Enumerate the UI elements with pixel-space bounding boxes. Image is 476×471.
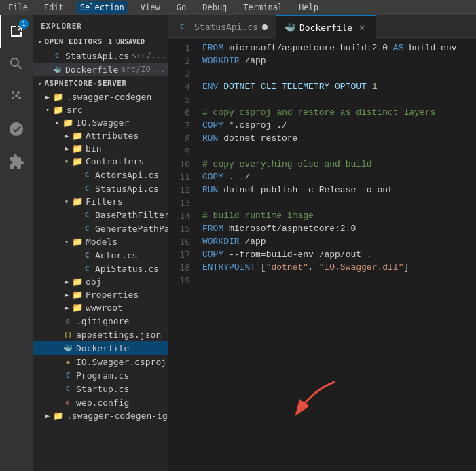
- file-webconfig[interactable]: ⚙ web.config: [33, 396, 168, 409]
- folder-swagger-codegen-label: .swagger-codegen: [67, 92, 151, 102]
- folder-models-label: Models: [86, 237, 117, 247]
- folder-controllers-label: Controllers: [86, 156, 144, 167]
- file-program-label: Program.cs: [76, 370, 129, 381]
- file-basepathfilter[interactable]: C BasePathFilter.cs: [33, 208, 168, 222]
- open-file-dockerfile-path: src/IO...: [121, 65, 165, 74]
- menu-bar: File Edit Selection View Go Debug Termin…: [0, 0, 476, 15]
- open-editors-label: OPEN EDITORS: [44, 37, 102, 46]
- menu-go[interactable]: Go: [174, 1, 189, 14]
- open-file-statusapi-path: src/...: [132, 51, 166, 60]
- wwwroot-chevron-icon: ▶: [61, 304, 72, 311]
- open-file-statusapi[interactable]: C StatusApi.cs src/...: [33, 49, 168, 63]
- project-header[interactable]: ▾ ASPNETCORE-SERVER: [33, 76, 168, 90]
- folder-filters[interactable]: ▾ 📁 Filters: [33, 195, 168, 208]
- open-file-dockerfile[interactable]: 🐳 Dockerfile src/IO...: [33, 63, 168, 76]
- program-c-icon: C: [62, 370, 73, 381]
- file-actorsapi[interactable]: C ActorsApi.cs: [33, 168, 168, 181]
- bin-chevron-icon: ▶: [61, 145, 72, 152]
- folder-src[interactable]: ▾ 📁 src: [33, 103, 168, 116]
- folder-controllers[interactable]: ▾ 📁 Controllers: [33, 155, 168, 168]
- folder-models[interactable]: ▾ 📁 Models: [33, 235, 168, 248]
- open-editors-header[interactable]: ▾ OPEN EDITORS 1 UNSAVED: [33, 35, 168, 49]
- menu-selection[interactable]: Selection: [77, 1, 127, 14]
- source-control-activity-icon[interactable]: [0, 80, 33, 113]
- folder-bin[interactable]: ▶ 📁 bin: [33, 142, 168, 155]
- project-name: ASPNETCORE-SERVER: [44, 79, 126, 88]
- tab-statusapi-modified: [262, 24, 268, 30]
- sidebar: EXPLORER ▾ OPEN EDITORS 1 UNSAVED C Stat…: [33, 15, 168, 471]
- folder-swagger-codegen[interactable]: ▶ 📁 .swagger-codegen: [33, 90, 168, 103]
- file-actor[interactable]: C Actor.cs: [33, 248, 168, 262]
- folder-obj[interactable]: ▶ 📁 obj: [33, 275, 168, 288]
- appsettings-icon: {}: [62, 329, 73, 340]
- extensions-activity-icon[interactable]: [0, 145, 33, 178]
- csproj-icon: ◈: [62, 356, 73, 367]
- properties-chevron-icon: ▶: [61, 291, 72, 298]
- line-numbers: 1 2 3 4 5 6 7 8 9 10 11 12 13 14 15 16 1…: [168, 39, 197, 471]
- tab-dockerfile[interactable]: 🐳 Dockerfile ×: [276, 15, 376, 39]
- file-program[interactable]: C Program.cs: [33, 368, 168, 382]
- menu-view[interactable]: View: [138, 1, 163, 14]
- tab-statusapi-icon: C: [177, 22, 187, 33]
- file-startup-label: Startup.cs: [76, 384, 129, 394]
- folder-ioswagger-label: IO.Swagger: [76, 118, 129, 128]
- file-dockerfile[interactable]: 🐳 Dockerfile: [33, 341, 168, 355]
- folder-attributes[interactable]: ▶ 📁 Attributes: [33, 129, 168, 142]
- file-actor-label: Actor.cs: [95, 250, 138, 260]
- folder-wwwroot[interactable]: ▶ 📁 wwwroot: [33, 301, 168, 314]
- open-editors-arrow: ▾: [38, 39, 41, 46]
- main-layout: 1 EXPLORER ▾ OPEN EDITORS: [0, 15, 476, 471]
- code-content[interactable]: FROM microsoft/aspnetcore-build:2.0 AS b…: [197, 39, 476, 471]
- menu-file[interactable]: File: [5, 1, 31, 14]
- chevron-right-icon: ▶: [42, 93, 53, 101]
- tab-statusapi-label: StatusApi.cs: [194, 22, 258, 32]
- file-webconfig-label: web.config: [76, 398, 129, 408]
- file-startup[interactable]: C Startup.cs: [33, 382, 168, 396]
- menu-help[interactable]: Help: [296, 1, 321, 14]
- editor-area: C StatusApi.cs 🐳 Dockerfile × 1 2 3 4 5 …: [168, 15, 476, 471]
- file-generatepathpa-label: GeneratePathPa...: [95, 224, 168, 234]
- folder-src-label: src: [67, 105, 82, 115]
- unsaved-badge: 1 UNSAVED: [108, 38, 145, 46]
- folder-obj-label: obj: [86, 277, 101, 287]
- folder-swaggerig-label: .swagger-codegen-ig...: [67, 411, 168, 421]
- file-gitignore[interactable]: ⚙ .gitignore: [33, 314, 168, 328]
- webconfig-icon: ⚙: [62, 397, 73, 408]
- folder-properties[interactable]: ▶ 📁 Properties: [33, 288, 168, 301]
- tab-statusapi[interactable]: C StatusApi.cs: [168, 15, 276, 39]
- code-editor[interactable]: 1 2 3 4 5 6 7 8 9 10 11 12 13 14 15 16 1…: [168, 39, 476, 471]
- explorer-badge: 1: [19, 19, 29, 29]
- file-gitignore-label: .gitignore: [76, 316, 129, 326]
- menu-debug[interactable]: Debug: [200, 1, 230, 14]
- controllers-chevron-icon: ▾: [61, 158, 72, 165]
- file-ioswagger-csproj[interactable]: ◈ IO.Swagger.csproj: [33, 355, 168, 368]
- folder-swagger-codegen-ig[interactable]: ▶ 📁 .swagger-codegen-ig...: [33, 409, 168, 422]
- obj-chevron-icon: ▶: [61, 278, 72, 285]
- sidebar-scroll: C StatusApi.cs src/... 🐳 Dockerfile src/…: [33, 49, 168, 471]
- statusapi-c-icon2: C: [81, 183, 92, 194]
- dockerfile-docker-icon: 🐳: [52, 64, 62, 75]
- project-arrow: ▾: [38, 80, 41, 87]
- folder-ioswagger[interactable]: ▾ 📁 IO.Swagger: [33, 116, 168, 129]
- basepath-c-icon: C: [81, 209, 92, 220]
- explorer-activity-icon[interactable]: 1: [0, 15, 33, 48]
- chevron-down-icon: ▾: [42, 106, 53, 114]
- file-actorsapi-label: ActorsApi.cs: [95, 170, 159, 180]
- menu-edit[interactable]: Edit: [41, 1, 67, 14]
- folder-filters-label: Filters: [86, 196, 123, 207]
- file-statusapi[interactable]: C StatusApi.cs: [33, 181, 168, 195]
- gitignore-icon: ⚙: [62, 315, 73, 326]
- file-basepathfilter-label: BasePathFilter.cs: [95, 210, 168, 220]
- file-generatepathpa[interactable]: C GeneratePathPa...: [33, 222, 168, 235]
- debug-activity-icon[interactable]: [0, 113, 33, 145]
- file-statusapi-label: StatusApi.cs: [95, 184, 159, 194]
- startup-c-icon: C: [62, 383, 73, 394]
- tab-dockerfile-icon: 🐳: [285, 22, 295, 33]
- file-apistatus[interactable]: C ApiStatus.cs: [33, 262, 168, 275]
- search-activity-icon[interactable]: [0, 48, 33, 80]
- open-file-dockerfile-name: Dockerfile: [65, 65, 118, 75]
- menu-terminal[interactable]: Terminal: [240, 1, 285, 14]
- apistatus-c-icon: C: [81, 263, 92, 274]
- file-appsettings[interactable]: {} appsettings.json: [33, 328, 168, 341]
- tab-dockerfile-close[interactable]: ×: [356, 22, 367, 33]
